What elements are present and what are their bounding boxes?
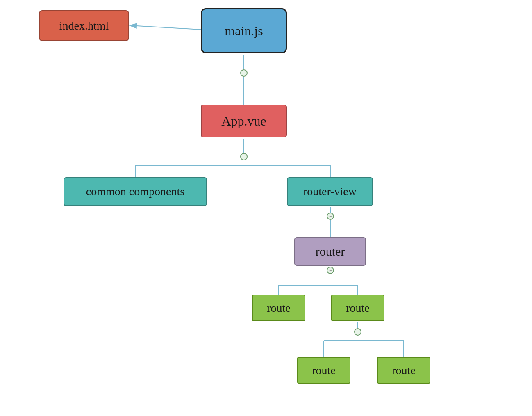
- diagram: index.html main.js − App.vue − common co…: [0, 0, 532, 416]
- router-view-label: router-view: [303, 185, 357, 198]
- main-js-node: main.js: [201, 8, 287, 53]
- connector-router-routes: −: [327, 267, 334, 274]
- common-components-node: common components: [64, 177, 207, 206]
- router-node: router: [294, 237, 366, 266]
- route1-label: route: [267, 302, 291, 315]
- router-view-node: router-view: [287, 177, 373, 206]
- route3-label: route: [312, 364, 336, 377]
- route2-label: route: [346, 302, 370, 315]
- common-components-label: common components: [86, 185, 184, 198]
- svg-line-1: [130, 25, 201, 30]
- connector-route2-children: −: [354, 328, 361, 336]
- main-js-label: main.js: [225, 23, 263, 39]
- index-html-node: index.html: [39, 10, 129, 41]
- route1-node: route: [252, 295, 305, 321]
- app-vue-node: App.vue: [201, 105, 287, 137]
- route4-node: route: [377, 357, 430, 384]
- app-vue-label: App.vue: [221, 114, 266, 129]
- connector-main-app: −: [240, 69, 248, 77]
- connector-app-children: −: [240, 153, 248, 160]
- route3-node: route: [297, 357, 350, 384]
- route2-node: route: [331, 295, 384, 321]
- index-html-label: index.html: [59, 19, 109, 32]
- connector-routerview-router: −: [327, 213, 334, 220]
- router-label: router: [316, 245, 345, 258]
- route4-label: route: [392, 364, 416, 377]
